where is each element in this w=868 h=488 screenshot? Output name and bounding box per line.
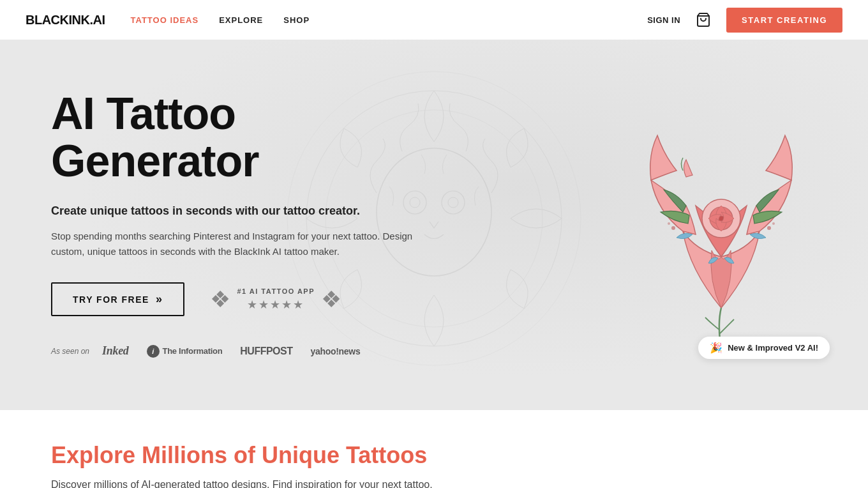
svg-point-12 bbox=[671, 226, 675, 230]
hero-tattoo-image bbox=[613, 65, 830, 349]
svg-point-14 bbox=[767, 226, 771, 230]
hero-cta-row: TRY FOR FREE » ❖ #1 AI TATTOO APP ★★★★★ … bbox=[51, 282, 447, 316]
press-logo-inked: Inked bbox=[102, 344, 129, 358]
svg-point-15 bbox=[772, 222, 775, 225]
rating-stars: ★★★★★ bbox=[237, 298, 315, 312]
nav-left: BLACKINK.AI TATTOO IDEAS EXPLORE SHOP bbox=[26, 13, 310, 27]
try-free-label: TRY FOR FREE bbox=[73, 294, 149, 305]
rating-label: #1 AI TATTOO APP bbox=[237, 287, 315, 295]
press-logos: Inked i The Information HUFFPOST yahoo!n… bbox=[102, 344, 360, 358]
rating-badge: ❖ #1 AI TATTOO APP ★★★★★ ❖ bbox=[210, 287, 341, 312]
nav-item-shop[interactable]: SHOP bbox=[283, 14, 310, 26]
nav-item-tattoo-ideas[interactable]: TATTOO IDEAS bbox=[131, 14, 199, 26]
explore-section: Explore Millions of Unique Tattoos Disco… bbox=[0, 410, 868, 488]
hero-description: Stop spending months searching Pinterest… bbox=[51, 229, 447, 259]
press-logo-information: i The Information bbox=[147, 345, 223, 358]
laurel-right-icon: ❖ bbox=[321, 288, 341, 311]
nav-link-tattoo-ideas[interactable]: TATTOO IDEAS bbox=[131, 15, 199, 25]
explore-title: Explore Millions of Unique Tattoos bbox=[51, 442, 817, 469]
hero-section: AI Tattoo Generator Create unique tattoo… bbox=[0, 40, 868, 410]
press-row: As seen on Inked i The Information HUFFP… bbox=[51, 344, 447, 358]
start-creating-button[interactable]: START CREATING bbox=[726, 8, 842, 33]
explore-description: Discover millions of AI-generated tattoo… bbox=[51, 477, 817, 488]
svg-point-13 bbox=[668, 222, 670, 225]
hero-subtitle: Create unique tattoos in seconds with ou… bbox=[51, 202, 447, 220]
sign-in-link[interactable]: SIGN IN bbox=[647, 15, 680, 25]
navbar: BLACKINK.AI TATTOO IDEAS EXPLORE SHOP SI… bbox=[0, 0, 868, 40]
press-logo-yahoo: yahoo!news bbox=[311, 346, 361, 356]
logo[interactable]: BLACKINK.AI bbox=[26, 13, 105, 27]
nav-right: SIGN IN START CREATING bbox=[647, 8, 842, 33]
press-logo-huffpost: HUFFPOST bbox=[240, 346, 292, 357]
nav-link-shop[interactable]: SHOP bbox=[283, 15, 310, 25]
rating-inner: #1 AI TATTOO APP ★★★★★ bbox=[237, 287, 315, 312]
info-circle-icon: i bbox=[147, 345, 160, 358]
party-icon: 🎉 bbox=[710, 342, 722, 354]
new-badge-label: New & Improved V2 AI! bbox=[728, 343, 818, 353]
laurel-left-icon: ❖ bbox=[210, 288, 230, 311]
hero-content: AI Tattoo Generator Create unique tattoo… bbox=[51, 78, 447, 358]
svg-point-8 bbox=[448, 197, 458, 208]
cart-icon[interactable] bbox=[696, 12, 711, 27]
nav-links: TATTOO IDEAS EXPLORE SHOP bbox=[131, 14, 310, 26]
chevrons-icon: » bbox=[156, 293, 163, 306]
try-free-button[interactable]: TRY FOR FREE » bbox=[51, 282, 184, 316]
nav-item-explore[interactable]: EXPLORE bbox=[219, 14, 263, 26]
hero-title: AI Tattoo Generator bbox=[51, 91, 447, 185]
as-seen-on-label: As seen on bbox=[51, 347, 89, 356]
new-badge: 🎉 New & Improved V2 AI! bbox=[698, 337, 830, 359]
nav-link-explore[interactable]: EXPLORE bbox=[219, 15, 263, 25]
